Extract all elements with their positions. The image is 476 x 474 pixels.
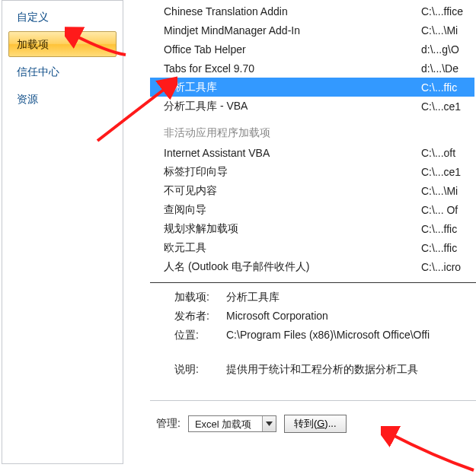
nav-item-1[interactable]: 加载项 [8,31,117,57]
go-button[interactable]: 转到(G)... [284,415,347,433]
addin-name: Tabs for Excel 9.70 [164,62,421,75]
addin-path: C:\...ffice [421,5,474,17]
inactive-addins-header: 非活动应用程序加载项 [150,122,474,143]
addin-row[interactable]: 标签打印向导C:\...ce1 [150,162,474,181]
detail-label-addin: 加载项: [174,288,226,307]
addin-name: Mindjet MindManager Add-In [164,24,421,37]
manage-bar: 管理: Excel 加载项 转到(G)... [150,401,476,433]
nav-item-0[interactable]: 自定义 [8,4,117,30]
addin-path: C:\...ce1 [421,100,474,113]
addin-row[interactable]: 分析工具库C:\...ffic [150,78,474,97]
addin-name: 标签打印向导 [164,165,421,179]
addin-name: Office Tab Helper [164,43,421,56]
detail-label-description: 说明: [174,360,226,379]
addin-list: Chinese Translation AddinC:\...fficeMind… [150,2,474,276]
addin-path: C:\...\Mi [421,185,474,197]
addin-path: C:\...\Mi [421,24,474,37]
detail-publisher: Microsoft Corporation [226,307,476,326]
addin-path: C:\...ce1 [421,166,474,178]
addin-row[interactable]: 不可见内容C:\...\Mi [150,181,474,200]
addin-row[interactable]: 查阅向导C:\... Of [150,200,474,219]
addin-name: 分析工具库 [164,81,421,94]
addin-path: C:\...icro [421,261,474,273]
addin-name: 规划求解加载项 [164,222,421,236]
addin-name: Internet Assistant VBA [164,147,421,159]
addin-row[interactable]: Internet Assistant VBAC:\...oft [150,143,474,162]
addin-row[interactable]: 分析工具库 - VBAC:\...ce1 [150,97,474,116]
addin-path: d:\...\De [421,62,474,75]
detail-location: C:\Program Files (x86)\Microsoft Office\… [226,326,476,345]
detail-addin-name: 分析工具库 [226,288,476,307]
addin-row[interactable]: 规划求解加载项C:\...ffic [150,219,474,238]
addin-row[interactable]: Chinese Translation AddinC:\...ffice [150,2,474,21]
detail-label-publisher: 发布者: [174,307,226,326]
addin-name: 人名 (Outlook 电子邮件收件人) [164,260,421,274]
addin-name: 不可见内容 [164,184,421,198]
detail-label-location: 位置: [174,326,226,345]
addin-path: C:\... Of [421,204,474,216]
addin-path: C:\...oft [421,147,474,159]
detail-description: 提供用于统计和工程分析的数据分析工具 [226,360,476,379]
manage-label: 管理: [156,417,180,431]
addin-row[interactable]: Tabs for Excel 9.70d:\...\De [150,59,474,78]
addin-name: 分析工具库 - VBA [164,100,421,113]
nav-item-2[interactable]: 信任中心 [8,59,117,84]
manage-select[interactable]: Excel 加载项 [188,415,276,432]
chevron-down-icon [262,416,276,431]
addin-path: d:\...g\O [421,43,474,56]
addin-row[interactable]: 欧元工具C:\...ffic [150,238,474,257]
addin-path: C:\...ffic [421,242,474,254]
addin-name: 欧元工具 [164,241,421,255]
go-button-label: 转到(G)... [294,418,337,429]
nav-item-3[interactable]: 资源 [8,86,117,112]
divider [150,282,476,283]
addins-pane: Chinese Translation AddinC:\...fficeMind… [123,0,476,474]
addin-path: C:\...ffic [421,81,474,94]
options-nav: 自定义加载项信任中心资源 [2,0,123,464]
addin-row[interactable]: Mindjet MindManager Add-InC:\...\Mi [150,21,474,40]
addin-path: C:\...ffic [421,223,474,235]
addin-row[interactable]: 人名 (Outlook 电子邮件收件人)C:\...icro [150,257,474,276]
addin-row[interactable]: Office Tab Helperd:\...g\O [150,40,474,59]
addin-details: 加载项: 分析工具库 发布者: Microsoft Corporation 位置… [150,288,476,379]
addin-name: 查阅向导 [164,203,421,217]
addin-name: Chinese Translation Addin [164,5,421,17]
manage-select-value: Excel 加载项 [189,416,262,431]
